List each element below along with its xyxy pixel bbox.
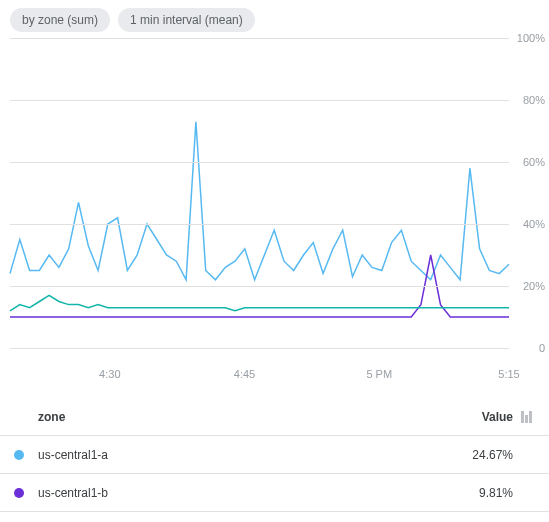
x-axis-label: 4:30 — [99, 368, 120, 380]
y-axis-label: 40% — [523, 218, 545, 230]
y-axis-label: 60% — [523, 156, 545, 168]
columns-icon[interactable] — [513, 411, 535, 423]
column-header-value[interactable]: Value — [443, 410, 513, 424]
zone-value: 24.67% — [443, 448, 513, 462]
gridline — [10, 224, 509, 225]
zone-name: us-central1-b — [38, 486, 443, 500]
y-axis-label: 0 — [539, 342, 545, 354]
chip-interval[interactable]: 1 min interval (mean) — [118, 8, 255, 32]
series-us-central1-f[interactable] — [10, 295, 509, 311]
zone-name: us-central1-a — [38, 448, 443, 462]
gridline — [10, 38, 509, 39]
gridline — [10, 286, 509, 287]
x-axis-labels: 4:304:455 PM5:15 — [10, 368, 509, 388]
x-axis-label: 5:15 — [498, 368, 519, 380]
filter-chips: by zone (sum) 1 min interval (mean) — [0, 0, 549, 38]
x-axis-label: 4:45 — [234, 368, 255, 380]
line-chart[interactable]: 020%40%60%80%100% — [10, 38, 509, 348]
gridline — [10, 162, 509, 163]
table-header-row: zone Value — [0, 398, 549, 436]
y-axis-label: 100% — [517, 32, 545, 44]
gridline — [10, 100, 509, 101]
x-axis-label: 5 PM — [366, 368, 392, 380]
column-header-zone[interactable]: zone — [38, 410, 443, 424]
series-dot-icon — [14, 450, 24, 460]
gridline — [10, 348, 509, 349]
table-row[interactable]: us-central1-a24.67% — [0, 436, 549, 474]
series-us-central1-a[interactable] — [10, 122, 509, 280]
table-row[interactable]: us-central1-f12.94% — [0, 512, 549, 522]
series-dot-icon — [14, 488, 24, 498]
table-row[interactable]: us-central1-b9.81% — [0, 474, 549, 512]
y-axis-label: 80% — [523, 94, 545, 106]
legend-table: zone Value us-central1-a24.67%us-central… — [0, 398, 549, 522]
zone-value: 9.81% — [443, 486, 513, 500]
y-axis-label: 20% — [523, 280, 545, 292]
chip-by-zone[interactable]: by zone (sum) — [10, 8, 110, 32]
chart-area: 020%40%60%80%100% 4:304:455 PM5:15 — [0, 38, 549, 388]
